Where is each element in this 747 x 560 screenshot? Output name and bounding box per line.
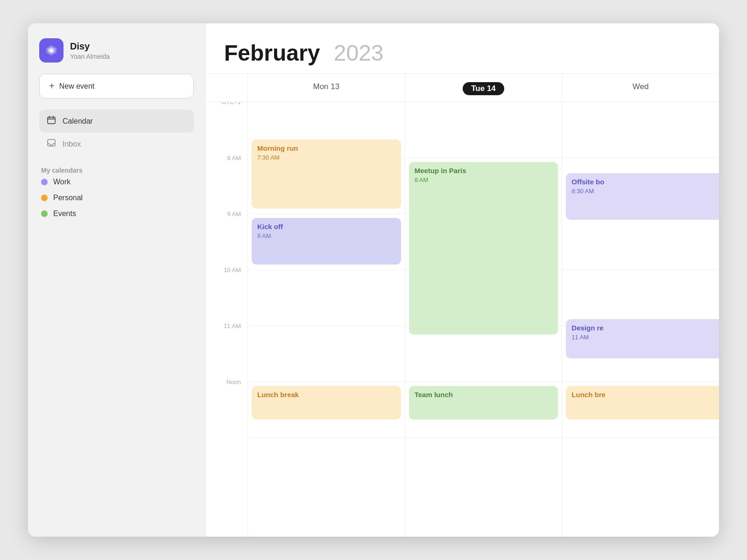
event-morning-run[interactable]: Morning run 7:30 AM: [252, 140, 401, 209]
day-cell-mon13-10am: [248, 270, 405, 326]
svg-rect-0: [48, 117, 55, 124]
calendar-work-label: Work: [53, 178, 70, 186]
day-cell-wed-9am: [562, 214, 719, 270]
personal-dot: [41, 195, 48, 201]
event-morning-run-title: Morning run: [257, 144, 395, 152]
inbox-icon: [47, 138, 56, 150]
days-grid: Morning run 7:30 AM Kick off 9 AM Lunch …: [247, 102, 719, 537]
day-cell-mon13-11am: [248, 326, 405, 382]
day-cell-wed-10am: [562, 270, 719, 326]
my-calendars-title: My calendars: [39, 167, 194, 174]
event-meetup-paris-time: 8 AM: [415, 176, 553, 183]
events-dot: [41, 210, 48, 217]
plus-icon: +: [49, 81, 55, 91]
time-noon: Noon: [205, 382, 247, 438]
day-column-wed: Offsite bo 8:30 AM Design re 11 AM Lunch…: [562, 102, 719, 537]
event-team-lunch[interactable]: Team lunch: [409, 386, 558, 420]
tue-label: Tue 14: [463, 82, 504, 95]
time-column: UTC+1 8 AM 9 AM 10 AM 11 AM Noon: [205, 102, 247, 537]
day-col-tue: Tue 14: [405, 74, 562, 102]
day-column-tue14: Meetup in Paris 8 AM Team lunch: [405, 102, 562, 537]
month-title: February 2023: [224, 40, 700, 66]
event-offsite-bo-title: Offsite bo: [571, 178, 713, 186]
event-design-re[interactable]: Design re 11 AM: [566, 319, 719, 358]
day-col-wed: Wed: [562, 74, 719, 102]
calendar-header: February 2023: [205, 23, 719, 74]
app-name: Disy: [70, 41, 110, 52]
event-team-lunch-title: Team lunch: [415, 391, 553, 399]
calendar-nav-label: Calendar: [63, 117, 93, 126]
day-cell-tue14-utc: [405, 102, 562, 158]
sidebar-item-calendar[interactable]: Calendar: [39, 110, 194, 133]
event-lunch-break-mon[interactable]: Lunch break: [252, 386, 401, 420]
calendar-icon: [47, 115, 56, 127]
time-10am: 10 AM: [205, 270, 247, 326]
calendar-list: Work Personal Events: [39, 178, 194, 218]
wed-label: Wed: [633, 82, 649, 91]
day-cell-wed-utc: [562, 102, 719, 158]
event-lunch-bre-wed[interactable]: Lunch bre: [566, 386, 719, 420]
calendar-item-work[interactable]: Work: [39, 178, 194, 186]
calendar-events-label: Events: [53, 210, 76, 218]
main-content: February 2023 Mon 13 Tue 14 Wed UTC+1: [205, 23, 719, 537]
event-lunch-break-mon-title: Lunch break: [257, 391, 395, 399]
inbox-nav-label: Inbox: [63, 140, 81, 148]
sidebar: Disy Yoan Almeida + New event Calendar: [28, 23, 205, 537]
calendar-personal-label: Personal: [53, 194, 83, 202]
day-column-mon13: Morning run 7:30 AM Kick off 9 AM Lunch …: [247, 102, 405, 537]
event-design-re-title: Design re: [571, 324, 713, 332]
calendar-item-events[interactable]: Events: [39, 210, 194, 218]
work-dot: [41, 179, 48, 185]
event-offsite-bo-time: 8:30 AM: [571, 188, 713, 195]
user-name: Yoan Almeida: [70, 53, 110, 60]
mon-label: Mon 13: [313, 82, 339, 91]
profile-row: Disy Yoan Almeida: [39, 38, 194, 63]
time-11am: 11 AM: [205, 326, 247, 382]
sidebar-item-inbox[interactable]: Inbox: [39, 133, 194, 155]
day-header-row: Mon 13 Tue 14 Wed: [205, 74, 719, 102]
calendar-grid: UTC+1 8 AM 9 AM 10 AM 11 AM Noon: [205, 102, 719, 537]
event-kick-off-title: Kick off: [257, 223, 395, 231]
event-morning-run-time: 7:30 AM: [257, 154, 395, 161]
day-col-mon: Mon 13: [247, 74, 405, 102]
time-col-header: [205, 74, 247, 102]
event-design-re-time: 11 AM: [571, 334, 713, 341]
event-offsite-bo[interactable]: Offsite bo 8:30 AM: [566, 173, 719, 220]
event-kick-off[interactable]: Kick off 9 AM: [252, 218, 401, 265]
app-logo: [39, 38, 63, 63]
time-9am: 9 AM: [205, 214, 247, 270]
new-event-button[interactable]: + New event: [39, 74, 194, 98]
event-lunch-bre-wed-title: Lunch bre: [571, 391, 713, 399]
event-kick-off-time: 9 AM: [257, 232, 395, 239]
new-event-label: New event: [59, 82, 95, 91]
calendar-item-personal[interactable]: Personal: [39, 194, 194, 202]
time-8am: 8 AM: [205, 158, 247, 214]
event-meetup-paris-title: Meetup in Paris: [415, 167, 553, 175]
event-meetup-paris[interactable]: Meetup in Paris 8 AM: [409, 162, 558, 335]
time-utc: UTC+1: [205, 102, 247, 158]
day-cell-tue14-11am: [405, 326, 562, 382]
